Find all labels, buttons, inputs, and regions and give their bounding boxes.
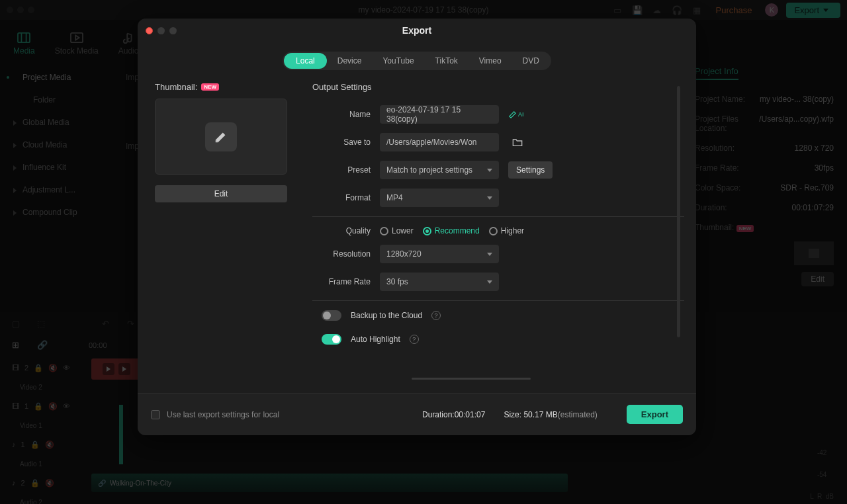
name-input[interactable]: eo-2024-07-19 17 15 38(copy) [380, 105, 499, 124]
use-last-settings-checkbox[interactable] [151, 410, 160, 419]
save-to-input[interactable]: /Users/apple/Movies/Won [380, 133, 499, 151]
auto-highlight-label: Auto Highlight [351, 335, 400, 344]
tab-vimeo[interactable]: Vimeo [468, 53, 512, 69]
help-icon[interactable]: ? [410, 335, 419, 344]
divider [312, 300, 684, 301]
pencil-icon-box [205, 122, 237, 151]
use-last-settings-label: Use last export settings for local [167, 410, 279, 419]
ai-edit-icon[interactable]: AI [508, 110, 524, 119]
modal-minimize-icon[interactable] [157, 27, 165, 34]
row-quality: Quality Lower Recommend Higher [312, 226, 684, 235]
preset-settings-button[interactable]: Settings [508, 161, 553, 179]
modal-close-icon[interactable] [146, 27, 153, 34]
thumbnail-label: Thumbnail: NEW [155, 82, 299, 92]
chevron-down-icon [487, 280, 492, 284]
row-auto-highlight: Auto Highlight ? [312, 334, 684, 345]
frame-rate-select[interactable]: 30 fps [380, 273, 499, 291]
row-format: Format MP4 [312, 189, 684, 207]
tab-dvd[interactable]: DVD [512, 53, 550, 69]
name-label: Name [312, 110, 371, 119]
quality-higher-radio[interactable]: Higher [489, 226, 524, 235]
preset-label: Preset [312, 165, 371, 175]
backup-cloud-label: Backup to the Cloud [351, 311, 422, 320]
scrollbar[interactable] [677, 86, 680, 337]
row-frame-rate: Frame Rate 30 fps [312, 273, 684, 291]
quality-lower-radio[interactable]: Lower [380, 226, 414, 235]
row-name: Name eo-2024-07-19 17 15 38(copy) AI [312, 105, 684, 124]
tab-device[interactable]: Device [327, 53, 373, 69]
thumbnail-preview-box[interactable] [155, 99, 287, 175]
tab-local[interactable]: Local [284, 53, 327, 69]
thumbnail-column: Thumbnail: NEW Edit [155, 82, 299, 393]
footer-info: Duration:00:01:07 Size: 50.17 MB(estimat… [422, 410, 598, 419]
resolution-select[interactable]: 1280x720 [380, 245, 499, 263]
new-badge: NEW [201, 83, 219, 91]
modal-footer: Use last export settings for local Durat… [138, 393, 696, 435]
format-label: Format [312, 193, 371, 202]
output-settings-title: Output Settings [312, 82, 684, 92]
row-save-to: Save to /Users/apple/Movies/Won [312, 133, 684, 151]
export-modal: Export Local Device YouTube TikTok Vimeo… [138, 19, 696, 435]
chevron-down-icon [487, 253, 492, 256]
auto-highlight-toggle[interactable] [322, 334, 341, 345]
export-button[interactable]: Export [627, 405, 683, 424]
quality-recommend-radio[interactable]: Recommend [423, 226, 480, 235]
modal-maximize-icon[interactable] [169, 27, 177, 34]
row-resolution: Resolution 1280x720 [312, 245, 684, 263]
tab-tiktok[interactable]: TikTok [425, 53, 468, 69]
divider [312, 216, 684, 217]
row-preset: Preset Match to project settings Setting… [312, 161, 684, 179]
modal-title: Export [402, 25, 431, 36]
preset-select[interactable]: Match to project settings [380, 161, 499, 179]
chevron-down-icon [487, 169, 492, 172]
output-settings-column: Output Settings Name eo-2024-07-19 17 15… [312, 82, 684, 393]
thumbnail-edit-button[interactable]: Edit [155, 185, 287, 202]
modal-window-controls[interactable] [146, 27, 177, 34]
format-select[interactable]: MP4 [380, 189, 499, 207]
save-to-label: Save to [312, 138, 371, 147]
folder-icon[interactable] [512, 138, 523, 147]
horizontal-scroll-indicator [412, 378, 531, 380]
frame-rate-label: Frame Rate [312, 277, 371, 286]
pencil-icon [214, 130, 228, 144]
help-icon[interactable]: ? [431, 311, 441, 320]
backup-cloud-toggle[interactable] [322, 310, 341, 321]
resolution-label: Resolution [312, 249, 371, 259]
quality-label: Quality [312, 226, 371, 235]
tab-youtube[interactable]: YouTube [372, 53, 424, 69]
modal-titlebar: Export [138, 19, 696, 42]
chevron-down-icon [487, 196, 492, 200]
row-backup-cloud: Backup to the Cloud ? [312, 310, 684, 321]
export-tabs: Local Device YouTube TikTok Vimeo DVD [138, 42, 696, 82]
